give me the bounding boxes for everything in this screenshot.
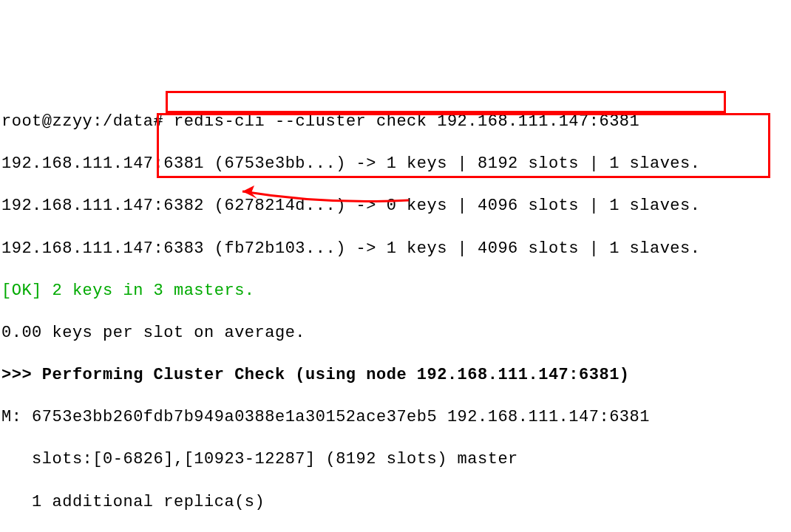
node-m1-l3: 1 additional replica(s) bbox=[1, 492, 785, 514]
summary-line-2: 192.168.111.147:6382 (6278214d...) -> 0 … bbox=[1, 196, 785, 217]
node-m1-l2: slots:[0-6826],[10923-12287] (8192 slots… bbox=[1, 449, 785, 471]
avg-line: 0.00 keys per slot on average. bbox=[1, 323, 785, 344]
node-m1-l1: M: 6753e3bb260fdb7b949a0388e1a30152ace37… bbox=[1, 407, 785, 429]
command-text: redis-cli --cluster check 192.168.111.14… bbox=[174, 112, 639, 131]
highlight-box-command bbox=[166, 91, 726, 113]
prompt-line: root@zzyy:/data# redis-cli --cluster che… bbox=[1, 112, 785, 133]
summary-line-3: 192.168.111.147:6383 (fb72b103...) -> 1 … bbox=[1, 239, 785, 260]
summary-line-1: 192.168.111.147:6381 (6753e3bb...) -> 1 … bbox=[1, 154, 785, 175]
prompt-user: root@zzyy bbox=[1, 112, 92, 131]
check-header: >>> Performing Cluster Check (using node… bbox=[1, 365, 785, 386]
terminal-output: root@zzyy:/data# redis-cli --cluster che… bbox=[0, 84, 791, 532]
prompt-path: :/data# bbox=[92, 112, 174, 131]
ok-line: [OK] 2 keys in 3 masters. bbox=[1, 281, 785, 302]
